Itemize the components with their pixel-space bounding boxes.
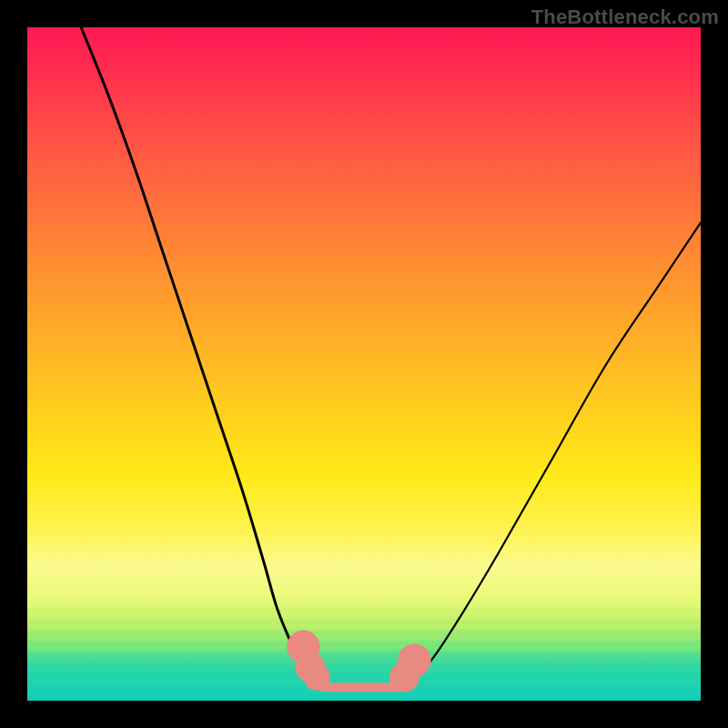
markers-group <box>287 631 431 693</box>
left-branch-curve <box>81 27 313 681</box>
marker-dot <box>398 643 430 676</box>
watermark-text: TheBottleneck.com <box>531 5 719 29</box>
plot-area <box>27 27 701 701</box>
chart-svg <box>27 27 701 701</box>
right-branch-curve <box>411 223 701 681</box>
chart-frame: TheBottleneck.com <box>0 0 728 728</box>
marker-dot <box>304 663 330 690</box>
series-group <box>81 27 701 688</box>
